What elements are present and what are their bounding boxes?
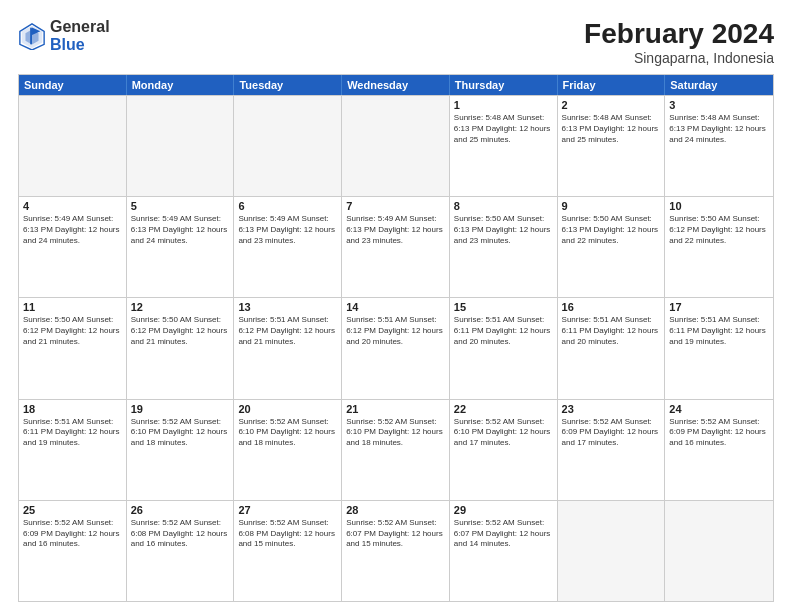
calendar-week-5: 25Sunrise: 5:52 AM Sunset: 6:09 PM Dayli… xyxy=(19,500,773,601)
day-number: 6 xyxy=(238,200,337,212)
day-number: 17 xyxy=(669,301,769,313)
calendar-cell: 25Sunrise: 5:52 AM Sunset: 6:09 PM Dayli… xyxy=(19,501,127,601)
calendar-cell xyxy=(342,96,450,196)
day-number: 14 xyxy=(346,301,445,313)
day-info: Sunrise: 5:50 AM Sunset: 6:13 PM Dayligh… xyxy=(454,214,553,246)
day-number: 7 xyxy=(346,200,445,212)
calendar-cell: 26Sunrise: 5:52 AM Sunset: 6:08 PM Dayli… xyxy=(127,501,235,601)
day-info: Sunrise: 5:48 AM Sunset: 6:13 PM Dayligh… xyxy=(454,113,553,145)
day-info: Sunrise: 5:50 AM Sunset: 6:12 PM Dayligh… xyxy=(669,214,769,246)
header-day-friday: Friday xyxy=(558,75,666,95)
day-number: 11 xyxy=(23,301,122,313)
day-info: Sunrise: 5:50 AM Sunset: 6:12 PM Dayligh… xyxy=(131,315,230,347)
day-info: Sunrise: 5:52 AM Sunset: 6:10 PM Dayligh… xyxy=(454,417,553,449)
day-number: 5 xyxy=(131,200,230,212)
calendar-cell: 14Sunrise: 5:51 AM Sunset: 6:12 PM Dayli… xyxy=(342,298,450,398)
calendar-week-1: 1Sunrise: 5:48 AM Sunset: 6:13 PM Daylig… xyxy=(19,95,773,196)
day-number: 22 xyxy=(454,403,553,415)
day-number: 15 xyxy=(454,301,553,313)
day-number: 20 xyxy=(238,403,337,415)
calendar-cell: 28Sunrise: 5:52 AM Sunset: 6:07 PM Dayli… xyxy=(342,501,450,601)
day-number: 2 xyxy=(562,99,661,111)
calendar-cell: 15Sunrise: 5:51 AM Sunset: 6:11 PM Dayli… xyxy=(450,298,558,398)
calendar-cell: 17Sunrise: 5:51 AM Sunset: 6:11 PM Dayli… xyxy=(665,298,773,398)
day-number: 16 xyxy=(562,301,661,313)
day-info: Sunrise: 5:52 AM Sunset: 6:10 PM Dayligh… xyxy=(346,417,445,449)
day-info: Sunrise: 5:52 AM Sunset: 6:09 PM Dayligh… xyxy=(669,417,769,449)
calendar-cell: 27Sunrise: 5:52 AM Sunset: 6:08 PM Dayli… xyxy=(234,501,342,601)
calendar-cell: 29Sunrise: 5:52 AM Sunset: 6:07 PM Dayli… xyxy=(450,501,558,601)
header-day-sunday: Sunday xyxy=(19,75,127,95)
day-number: 26 xyxy=(131,504,230,516)
day-number: 12 xyxy=(131,301,230,313)
header-day-thursday: Thursday xyxy=(450,75,558,95)
calendar-cell: 9Sunrise: 5:50 AM Sunset: 6:13 PM Daylig… xyxy=(558,197,666,297)
day-number: 3 xyxy=(669,99,769,111)
logo-icon xyxy=(18,22,46,50)
day-info: Sunrise: 5:49 AM Sunset: 6:13 PM Dayligh… xyxy=(238,214,337,246)
calendar-cell: 7Sunrise: 5:49 AM Sunset: 6:13 PM Daylig… xyxy=(342,197,450,297)
logo: General Blue xyxy=(18,18,110,53)
calendar-cell: 4Sunrise: 5:49 AM Sunset: 6:13 PM Daylig… xyxy=(19,197,127,297)
svg-rect-3 xyxy=(30,27,32,44)
day-number: 13 xyxy=(238,301,337,313)
calendar-cell: 1Sunrise: 5:48 AM Sunset: 6:13 PM Daylig… xyxy=(450,96,558,196)
day-info: Sunrise: 5:49 AM Sunset: 6:13 PM Dayligh… xyxy=(346,214,445,246)
day-info: Sunrise: 5:52 AM Sunset: 6:09 PM Dayligh… xyxy=(562,417,661,449)
calendar-cell: 19Sunrise: 5:52 AM Sunset: 6:10 PM Dayli… xyxy=(127,400,235,500)
calendar-cell: 3Sunrise: 5:48 AM Sunset: 6:13 PM Daylig… xyxy=(665,96,773,196)
day-info: Sunrise: 5:51 AM Sunset: 6:11 PM Dayligh… xyxy=(669,315,769,347)
calendar: SundayMondayTuesdayWednesdayThursdayFrid… xyxy=(18,74,774,602)
day-number: 4 xyxy=(23,200,122,212)
calendar-cell: 22Sunrise: 5:52 AM Sunset: 6:10 PM Dayli… xyxy=(450,400,558,500)
page: General Blue February 2024 Singaparna, I… xyxy=(0,0,792,612)
calendar-week-4: 18Sunrise: 5:51 AM Sunset: 6:11 PM Dayli… xyxy=(19,399,773,500)
day-info: Sunrise: 5:52 AM Sunset: 6:07 PM Dayligh… xyxy=(346,518,445,550)
day-info: Sunrise: 5:51 AM Sunset: 6:12 PM Dayligh… xyxy=(346,315,445,347)
header-day-saturday: Saturday xyxy=(665,75,773,95)
day-info: Sunrise: 5:48 AM Sunset: 6:13 PM Dayligh… xyxy=(562,113,661,145)
day-info: Sunrise: 5:52 AM Sunset: 6:08 PM Dayligh… xyxy=(131,518,230,550)
calendar-body: 1Sunrise: 5:48 AM Sunset: 6:13 PM Daylig… xyxy=(19,95,773,601)
day-number: 29 xyxy=(454,504,553,516)
calendar-week-3: 11Sunrise: 5:50 AM Sunset: 6:12 PM Dayli… xyxy=(19,297,773,398)
calendar-cell: 12Sunrise: 5:50 AM Sunset: 6:12 PM Dayli… xyxy=(127,298,235,398)
calendar-cell: 13Sunrise: 5:51 AM Sunset: 6:12 PM Dayli… xyxy=(234,298,342,398)
title-block: February 2024 Singaparna, Indonesia xyxy=(584,18,774,66)
day-info: Sunrise: 5:49 AM Sunset: 6:13 PM Dayligh… xyxy=(131,214,230,246)
calendar-cell: 5Sunrise: 5:49 AM Sunset: 6:13 PM Daylig… xyxy=(127,197,235,297)
calendar-cell: 6Sunrise: 5:49 AM Sunset: 6:13 PM Daylig… xyxy=(234,197,342,297)
logo-general-text: General xyxy=(50,18,110,35)
header-day-tuesday: Tuesday xyxy=(234,75,342,95)
header-day-wednesday: Wednesday xyxy=(342,75,450,95)
header-day-monday: Monday xyxy=(127,75,235,95)
calendar-cell: 8Sunrise: 5:50 AM Sunset: 6:13 PM Daylig… xyxy=(450,197,558,297)
day-number: 23 xyxy=(562,403,661,415)
day-info: Sunrise: 5:50 AM Sunset: 6:12 PM Dayligh… xyxy=(23,315,122,347)
calendar-cell: 24Sunrise: 5:52 AM Sunset: 6:09 PM Dayli… xyxy=(665,400,773,500)
day-number: 19 xyxy=(131,403,230,415)
day-info: Sunrise: 5:51 AM Sunset: 6:11 PM Dayligh… xyxy=(23,417,122,449)
header: General Blue February 2024 Singaparna, I… xyxy=(18,18,774,66)
calendar-cell xyxy=(234,96,342,196)
day-info: Sunrise: 5:50 AM Sunset: 6:13 PM Dayligh… xyxy=(562,214,661,246)
day-number: 24 xyxy=(669,403,769,415)
day-number: 28 xyxy=(346,504,445,516)
calendar-cell: 18Sunrise: 5:51 AM Sunset: 6:11 PM Dayli… xyxy=(19,400,127,500)
calendar-cell: 11Sunrise: 5:50 AM Sunset: 6:12 PM Dayli… xyxy=(19,298,127,398)
calendar-cell: 16Sunrise: 5:51 AM Sunset: 6:11 PM Dayli… xyxy=(558,298,666,398)
calendar-cell: 10Sunrise: 5:50 AM Sunset: 6:12 PM Dayli… xyxy=(665,197,773,297)
day-number: 8 xyxy=(454,200,553,212)
calendar-cell xyxy=(558,501,666,601)
day-info: Sunrise: 5:51 AM Sunset: 6:11 PM Dayligh… xyxy=(562,315,661,347)
calendar-cell: 20Sunrise: 5:52 AM Sunset: 6:10 PM Dayli… xyxy=(234,400,342,500)
day-info: Sunrise: 5:52 AM Sunset: 6:09 PM Dayligh… xyxy=(23,518,122,550)
calendar-cell xyxy=(19,96,127,196)
calendar-cell xyxy=(665,501,773,601)
logo-blue-text: Blue xyxy=(50,36,85,53)
calendar-subtitle: Singaparna, Indonesia xyxy=(584,50,774,66)
day-number: 1 xyxy=(454,99,553,111)
day-info: Sunrise: 5:51 AM Sunset: 6:12 PM Dayligh… xyxy=(238,315,337,347)
day-info: Sunrise: 5:52 AM Sunset: 6:08 PM Dayligh… xyxy=(238,518,337,550)
day-number: 10 xyxy=(669,200,769,212)
